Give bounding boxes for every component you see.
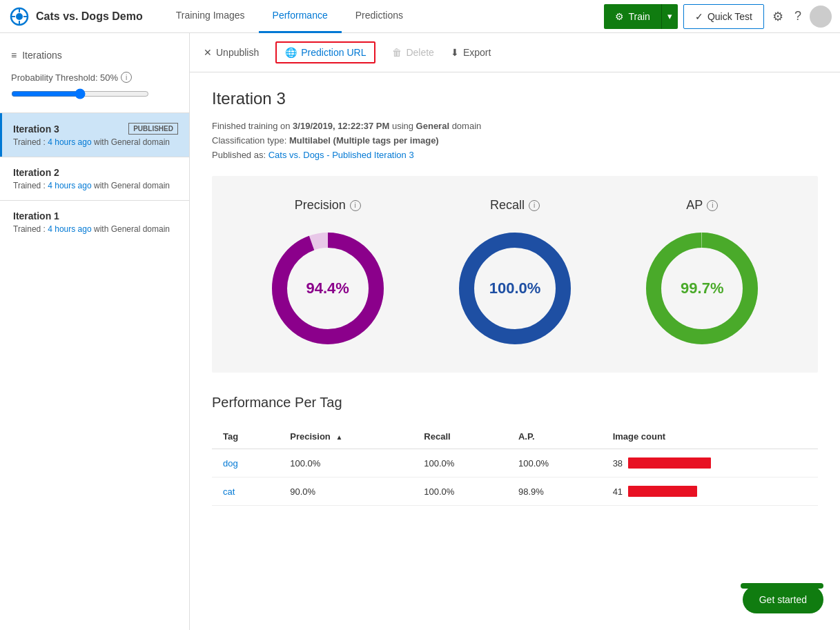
sidebar-item-iteration3[interactable]: Iteration 3 PUBLISHED Trained : 4 hours … <box>0 113 189 157</box>
nav-tabs: Training Images Performance Predictions <box>162 0 599 33</box>
cell-recall-dog: 100.0% <box>413 449 507 478</box>
tab-predictions[interactable]: Predictions <box>342 0 417 33</box>
main-content: Iteration 3 Finished training on 3/19/20… <box>190 72 840 522</box>
x-icon: ✕ <box>204 47 212 58</box>
unpublish-button[interactable]: ✕ Unpublish <box>204 44 259 61</box>
metrics-section: Precision i 94.4% Recall <box>212 176 818 373</box>
table-row: dog 100.0% 100.0% 100.0% 38 <box>212 449 818 478</box>
app-icon <box>8 6 30 28</box>
ap-metric: AP i 99.7% <box>640 198 764 351</box>
header: Cats vs. Dogs Demo Training Images Perfo… <box>0 0 840 33</box>
threshold-info-icon[interactable]: i <box>121 72 132 83</box>
avatar[interactable] <box>810 6 832 28</box>
app-title: Cats vs. Dogs Demo <box>36 10 143 23</box>
col-header-tag: Tag <box>212 424 279 449</box>
cell-imagecount-dog: 38 <box>602 449 818 478</box>
cell-recall-cat: 100.0% <box>413 478 507 506</box>
recall-metric: Recall i 100.0% <box>453 198 577 351</box>
header-actions: ⚙ Train ▾ ✓ Quick Test ⚙ ? <box>604 4 832 29</box>
cell-ap-dog: 100.0% <box>507 449 602 478</box>
sort-arrow-icon: ▲ <box>335 433 342 441</box>
recall-value: 100.0% <box>489 279 541 297</box>
cell-imagecount-cat: 41 <box>602 478 818 506</box>
iterations-section-title: ≡ Iterations <box>0 44 189 66</box>
recall-circle: 100.0% <box>453 226 577 351</box>
perf-per-tag-title: Performance Per Tag <box>212 395 818 411</box>
precision-value: 94.4% <box>306 279 349 297</box>
cell-tag-dog[interactable]: dog <box>212 449 279 478</box>
prediction-url-button[interactable]: 🌐 Prediction URL <box>275 41 375 63</box>
cell-precision-cat: 90.0% <box>279 478 413 506</box>
checkmark-icon: ✓ <box>695 11 703 22</box>
col-header-recall: Recall <box>413 424 507 449</box>
export-button[interactable]: ⬇ Export <box>451 44 491 61</box>
tab-performance[interactable]: Performance <box>259 0 342 33</box>
train-button-group: ⚙ Train ▾ <box>604 4 677 29</box>
threshold-section: Probability Threshold: 50% i <box>0 66 189 112</box>
content-area: ✕ Unpublish 🌐 Prediction URL 🗑 Delete ⬇ … <box>190 33 840 630</box>
main-layout: ≡ Iterations Probability Threshold: 50% … <box>0 33 840 630</box>
page-title: Iteration 3 <box>212 89 818 108</box>
col-header-image-count: Image count <box>602 424 818 449</box>
export-icon: ⬇ <box>451 47 459 58</box>
info-text: Finished training on 3/19/2019, 12:22:37… <box>212 119 818 162</box>
globe-icon: 🌐 <box>285 47 297 58</box>
get-started-button[interactable]: Get started <box>743 586 823 613</box>
gear-icon: ⚙ <box>615 11 624 22</box>
threshold-label: Probability Threshold: 50% i <box>11 72 178 83</box>
table-row: cat 90.0% 100.0% 98.9% 41 <box>212 478 818 506</box>
performance-table: Tag Precision ▲ Recall A.P. Image count … <box>212 424 818 506</box>
tab-training-images[interactable]: Training Images <box>162 0 259 33</box>
ap-circle: 99.7% <box>640 226 764 351</box>
threshold-slider[interactable] <box>11 88 149 99</box>
precision-metric: Precision i 94.4% <box>266 198 390 351</box>
col-header-ap: A.P. <box>507 424 602 449</box>
settings-button[interactable]: ⚙ <box>770 6 786 27</box>
train-dropdown-button[interactable]: ▾ <box>661 4 678 29</box>
precision-info-icon[interactable]: i <box>350 200 361 211</box>
cell-precision-dog: 100.0% <box>279 449 413 478</box>
trash-icon: 🗑 <box>392 47 402 58</box>
recall-info-icon[interactable]: i <box>529 200 540 211</box>
quick-test-button[interactable]: ✓ Quick Test <box>683 4 764 29</box>
help-button[interactable]: ? <box>792 6 804 26</box>
train-button[interactable]: ⚙ Train <box>604 4 661 29</box>
svg-point-1 <box>16 13 23 20</box>
toolbar: ✕ Unpublish 🌐 Prediction URL 🗑 Delete ⬇ … <box>190 33 840 72</box>
delete-button[interactable]: 🗑 Delete <box>392 44 433 61</box>
col-header-precision[interactable]: Precision ▲ <box>279 424 413 449</box>
sidebar-item-iteration1[interactable]: Iteration 1 Trained : 4 hours ago with G… <box>0 201 189 244</box>
sidebar-item-iteration2[interactable]: Iteration 2 Trained : 4 hours ago with G… <box>0 157 189 200</box>
sidebar: ≡ Iterations Probability Threshold: 50% … <box>0 33 190 630</box>
ap-value: 99.7% <box>681 279 723 297</box>
cell-ap-cat: 98.9% <box>507 478 602 506</box>
ap-info-icon[interactable]: i <box>707 200 718 211</box>
precision-circle: 94.4% <box>266 226 390 351</box>
cell-tag-cat[interactable]: cat <box>212 478 279 506</box>
iterations-icon: ≡ <box>11 50 17 61</box>
